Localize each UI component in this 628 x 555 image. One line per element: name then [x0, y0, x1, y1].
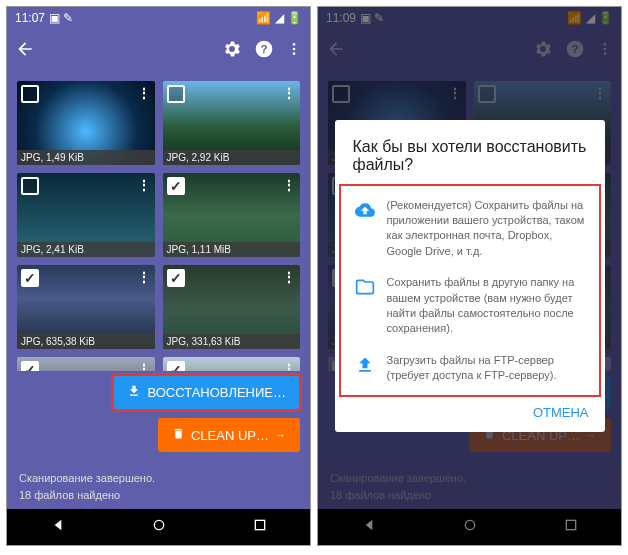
thumb-more-icon[interactable]: ⋮: [137, 269, 151, 285]
svg-point-3: [293, 48, 296, 51]
thumb-more-icon[interactable]: ⋮: [137, 85, 151, 101]
thumb-caption: JPG, 2,92 KiB: [163, 150, 301, 165]
restore-button[interactable]: ВОССТАНОВЛЕНИЕ…: [113, 375, 300, 410]
thumbnail[interactable]: ⋮JPG, 1,49 KiB: [17, 81, 155, 165]
thumbnail[interactable]: ⋮JPG, 2,41 KiB: [17, 173, 155, 257]
gallery[interactable]: ⋮JPG, 1,49 KiB⋮JPG, 2,92 KiB⋮JPG, 2,41 K…: [7, 73, 310, 371]
dialog-overlay[interactable]: Как бы вы хотели восстановить файлы? (Ре…: [318, 7, 621, 545]
thumb-caption: JPG, 1,11 MiB: [163, 242, 301, 257]
thumbnail[interactable]: ⋮JPG, 331,63 KiB: [163, 265, 301, 349]
more-icon[interactable]: [286, 39, 302, 63]
time: 11:07: [15, 11, 45, 25]
checkbox[interactable]: [167, 361, 185, 371]
thumbnail[interactable]: ⋮JPG, 1,11 MiB: [163, 173, 301, 257]
checkbox[interactable]: [167, 177, 185, 195]
dialog-title: Как бы вы хотели восстановить файлы?: [335, 138, 605, 184]
thumb-caption: JPG, 1,49 KiB: [17, 150, 155, 165]
bottom-actions: ВОССТАНОВЛЕНИЕ… CLEAN UP… →: [7, 371, 310, 466]
svg-point-4: [293, 52, 296, 55]
cleanup-button[interactable]: CLEAN UP… →: [158, 418, 300, 452]
thumbnail[interactable]: ⋮JPG, 2,92 KiB: [163, 81, 301, 165]
checkbox[interactable]: [21, 361, 39, 371]
trash-icon: [172, 427, 185, 443]
thumb-more-icon[interactable]: ⋮: [137, 361, 151, 371]
thumb-more-icon[interactable]: ⋮: [282, 85, 296, 101]
upload-icon: [355, 355, 375, 379]
option-cloud[interactable]: (Рекомендуется) Сохранить файлы на прило…: [341, 190, 599, 268]
notif-icon: ▣ ✎: [49, 11, 73, 25]
arrow-right-icon: →: [275, 429, 286, 441]
restore-label: ВОССТАНОВЛЕНИЕ…: [147, 385, 286, 400]
thumb-more-icon[interactable]: ⋮: [282, 177, 296, 193]
option-folder[interactable]: Сохранить файлы в другую папку на вашем …: [341, 267, 599, 345]
help-icon[interactable]: ?: [254, 39, 274, 63]
checkbox[interactable]: [21, 177, 39, 195]
cancel-button[interactable]: ОТМЕНА: [533, 405, 589, 420]
left-screen: 11:07▣ ✎ 📶 ◢ 🔋 ? ⋮JPG, 1,49 KiB⋮JPG, 2,9…: [6, 6, 311, 546]
thumb-caption: JPG, 635,38 KiB: [17, 334, 155, 349]
folder-icon: [355, 277, 375, 301]
thumb-more-icon[interactable]: ⋮: [282, 361, 296, 371]
svg-point-5: [154, 520, 163, 529]
checkbox[interactable]: [21, 85, 39, 103]
thumb-more-icon[interactable]: ⋮: [282, 269, 296, 285]
svg-rect-6: [255, 520, 264, 529]
checkbox[interactable]: [21, 269, 39, 287]
status-text: Сканирование завершено. 18 файлов найден…: [7, 466, 310, 509]
restore-dialog: Как бы вы хотели восстановить файлы? (Ре…: [335, 120, 605, 433]
cloud-upload-icon: [355, 200, 375, 224]
back-icon[interactable]: [15, 39, 35, 63]
nav-back-icon[interactable]: [50, 517, 66, 537]
checkbox[interactable]: [167, 269, 185, 287]
download-icon: [127, 384, 141, 401]
appbar: ?: [7, 29, 310, 73]
nav-home-icon[interactable]: [151, 517, 167, 537]
cleanup-label: CLEAN UP…: [191, 428, 269, 443]
dialog-options: (Рекомендуется) Сохранить файлы на прило…: [339, 184, 601, 398]
nav-recent-icon[interactable]: [252, 517, 268, 537]
thumbnail[interactable]: ⋮JPG, 411,05 KiB: [17, 357, 155, 371]
svg-point-2: [293, 43, 296, 46]
thumbnail[interactable]: ⋮JPG, 635,38 KiB: [17, 265, 155, 349]
right-screen: 11:09▣ ✎ 📶 ◢ 🔋 ? ⋮JPG, 1,49 KiB⋮JPG, 2,9…: [317, 6, 622, 546]
svg-text:?: ?: [260, 42, 267, 55]
gear-icon[interactable]: [222, 39, 242, 63]
thumbnail[interactable]: ⋮JPG, 926,85 KiB: [163, 357, 301, 371]
thumb-caption: JPG, 331,63 KiB: [163, 334, 301, 349]
thumb-caption: JPG, 2,41 KiB: [17, 242, 155, 257]
status-icons: 📶 ◢ 🔋: [256, 11, 302, 25]
thumb-more-icon[interactable]: ⋮: [137, 177, 151, 193]
option-ftp[interactable]: Загрузить файлы на FTP-сервер (требует д…: [341, 345, 599, 392]
navbar: [7, 509, 310, 545]
checkbox[interactable]: [167, 85, 185, 103]
statusbar: 11:07▣ ✎ 📶 ◢ 🔋: [7, 7, 310, 29]
